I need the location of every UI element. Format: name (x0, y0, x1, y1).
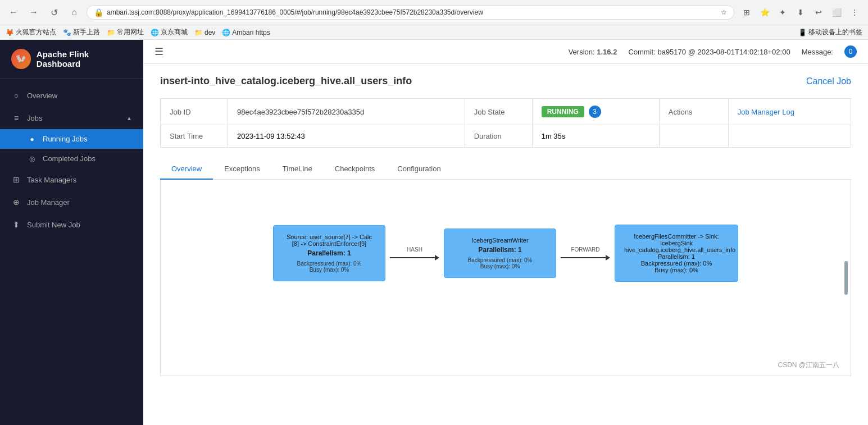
logo-icon: 🐿 (11, 49, 31, 69)
duration-label: Duration (465, 125, 532, 148)
actions-label: Actions (659, 99, 728, 125)
task-managers-icon: ⊞ (11, 175, 21, 184)
scrollbar[interactable] (844, 261, 848, 295)
cancel-job-button[interactable]: Cancel Job (806, 76, 851, 86)
message-info: Message: (802, 48, 833, 56)
running-badge: RUNNING (542, 106, 584, 117)
tabs-button[interactable]: ⬜ (829, 4, 844, 20)
browser-chrome: ← → ↺ ⌂ 🔒 ambari.tssj.com:8088/proxy/app… (0, 0, 868, 40)
job-info-table: Job ID 98ec4ae3923cbee75f572b28230a335d … (160, 98, 851, 148)
tab-checkpoints[interactable]: Checkpoints (324, 159, 387, 180)
bookmark-dev[interactable]: 📁 dev (194, 29, 215, 36)
sidebar-item-task-managers[interactable]: ⊞ Task Managers (0, 168, 143, 191)
node-source-backpressured: Backpressured (max): 0% (283, 261, 376, 267)
sidebar-section-jobs[interactable]: ≡ Jobs ▲ (0, 107, 143, 129)
arrow-hash-label: HASH (407, 246, 422, 253)
node-source-title: Source: user_source[7] -> Calc [8] -> Co… (283, 234, 376, 247)
arrow-hash (390, 255, 439, 261)
running-jobs-icon: ● (27, 135, 37, 143)
tab-exceptions[interactable]: Exceptions (213, 159, 271, 180)
job-manager-icon: ⊕ (11, 198, 21, 207)
profile-button[interactable]: ⭐ (757, 4, 772, 20)
graph-area: Source: user_source[7] -> Calc [8] -> Co… (160, 180, 851, 376)
back-button[interactable]: ← (6, 4, 21, 20)
logo-text: Apache Flink Dashboard (37, 49, 132, 68)
sidebar-logo: 🐿 Apache Flink Dashboard (0, 40, 143, 79)
sidebar-item-job-manager[interactable]: ⊕ Job Manager (0, 191, 143, 213)
job-id-value: 98ec4ae3923cbee75f572b28230a335d (228, 99, 465, 125)
flow-node-writer[interactable]: IcebergStreamWriter Parallelism: 1 Backp… (444, 229, 556, 278)
job-state-cell: RUNNING 3 (532, 99, 659, 125)
app-container: 🐿 Apache Flink Dashboard ○ Overview ≡ Jo… (0, 40, 868, 425)
bookmarks-bar: 🦊 火狐官方站点 🐾 新手上路 📁 常用网址 🌐 京东商城 📁 dev 🌐 Am… (0, 25, 868, 39)
arrow-forward-label: FORWARD (571, 246, 599, 253)
node-writer-title: IcebergStreamWriter (453, 237, 547, 244)
bookmark-mobile[interactable]: 📱 移动设备上的书签 (798, 28, 862, 37)
hamburger-icon[interactable]: ☰ (154, 45, 163, 58)
job-manager-log-cell: Job Manager Log (728, 99, 851, 125)
start-time-label: Start Time (161, 125, 228, 148)
forward-button[interactable]: → (26, 4, 42, 20)
sidebar-item-label: Overview (27, 92, 57, 100)
node-source-parallelism: Parallelism: 1 (283, 249, 376, 257)
node-committer-parallelism: Parallelism: 1 (624, 253, 729, 260)
completed-jobs-icon: ◎ (27, 155, 37, 163)
tabs-bar: Overview Exceptions TimeLine Checkpoints… (160, 159, 851, 180)
jobs-label: Jobs (27, 114, 121, 122)
job-manager-log-link[interactable]: Job Manager Log (738, 108, 794, 116)
state-count: 3 (589, 106, 601, 118)
overview-icon: ○ (11, 91, 21, 100)
commit-info: Commit: ba95170 @ 2023-08-01T14:02:18+02… (628, 48, 790, 56)
flow-diagram: Source: user_source[7] -> Calc [8] -> Co… (172, 225, 839, 282)
address-bar[interactable]: 🔒 ambari.tssj.com:8088/proxy/application… (87, 5, 734, 20)
tab-timeline[interactable]: TimeLine (271, 159, 324, 180)
sidebar-item-submit-new-job[interactable]: ⬆ Submit New Job (0, 213, 143, 236)
bookmark-ambari[interactable]: 🌐 Ambari https (222, 29, 270, 36)
sidebar: 🐿 Apache Flink Dashboard ○ Overview ≡ Jo… (0, 40, 143, 425)
node-committer-title: IcebergFilesCommitter -> Sink: IcebergSi… (624, 233, 729, 253)
main-content: ☰ Version: 1.16.2 Commit: ba95170 @ 2023… (143, 40, 868, 425)
home-button[interactable]: ⌂ (66, 4, 82, 20)
sidebar-item-label: Completed Jobs (43, 154, 96, 163)
chevron-up-icon: ▲ (126, 115, 132, 121)
watermark: CSDN @江南五一八 (778, 360, 839, 370)
message-badge[interactable]: 0 (844, 45, 857, 58)
bookmark-firefox[interactable]: 🦊 火狐官方站点 (6, 28, 56, 37)
submit-icon: ⬆ (11, 220, 21, 229)
node-committer-backpressured: Backpressured (max): 0% (624, 260, 729, 267)
node-source-busy: Busy (max): 0% (283, 267, 376, 273)
tab-configuration[interactable]: Configuration (386, 159, 452, 180)
download-button[interactable]: ⬇ (793, 4, 808, 20)
node-writer-parallelism: Parallelism: 1 (453, 246, 547, 254)
bookmark-jd[interactable]: 🌐 京东商城 (151, 28, 188, 37)
sidebar-nav: ○ Overview ≡ Jobs ▲ ● Running Jobs ◎ Com… (0, 79, 143, 241)
extensions-button[interactable]: ⊞ (739, 4, 755, 20)
sidebar-item-overview[interactable]: ○ Overview (0, 84, 143, 107)
flow-node-source[interactable]: Source: user_source[7] -> Calc [8] -> Co… (273, 225, 385, 281)
address-text: ambari.tssj.com:8088/proxy/application_1… (107, 8, 717, 16)
top-bar-left: ☰ (154, 45, 163, 58)
table-row: Start Time 2023-11-09 13:52:43 Duration … (161, 125, 851, 148)
sidebar-item-running-jobs[interactable]: ● Running Jobs (0, 129, 143, 149)
version-info: Version: 1.16.2 (569, 48, 617, 56)
browser-actions: ⊞ ⭐ ✦ ⬇ ↩ ⬜ ⋮ (739, 4, 862, 20)
content-area: insert-into_hive_catalog.iceberg_hive.al… (143, 64, 868, 425)
bookmark-common[interactable]: 📁 常用网址 (107, 28, 144, 37)
bookmark-newbie[interactable]: 🐾 新手上路 (63, 28, 100, 37)
bookmark-button[interactable]: ✦ (775, 4, 790, 20)
job-state-label: Job State (465, 99, 532, 125)
tab-overview[interactable]: Overview (160, 159, 213, 180)
start-time-value: 2023-11-09 13:52:43 (228, 125, 465, 148)
refresh-button[interactable]: ↺ (46, 4, 62, 20)
job-id-label: Job ID (161, 99, 228, 125)
menu-button[interactable]: ⋮ (847, 4, 862, 20)
bookmark-star-icon[interactable]: ☆ (721, 8, 727, 16)
flow-node-committer[interactable]: IcebergFilesCommitter -> Sink: IcebergSi… (615, 225, 738, 282)
duration-value: 1m 35s (532, 125, 659, 148)
history-button[interactable]: ↩ (811, 4, 826, 20)
browser-nav: ← → ↺ ⌂ 🔒 ambari.tssj.com:8088/proxy/app… (0, 0, 868, 25)
top-bar-right: Version: 1.16.2 Commit: ba95170 @ 2023-0… (569, 45, 857, 58)
sidebar-item-completed-jobs[interactable]: ◎ Completed Jobs (0, 149, 143, 168)
sidebar-item-label: Job Manager (27, 198, 70, 207)
top-bar: ☰ Version: 1.16.2 Commit: ba95170 @ 2023… (143, 40, 868, 64)
